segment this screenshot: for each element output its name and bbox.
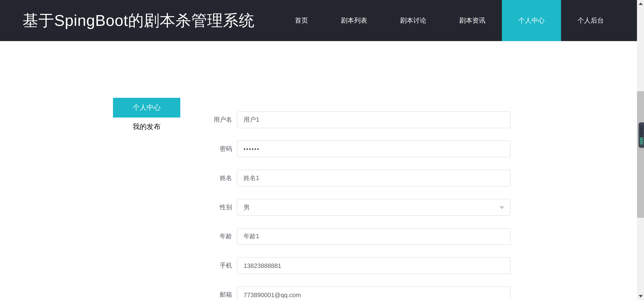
gender-select-value: 男 — [244, 204, 250, 211]
form-row-password: 密码 — [205, 141, 511, 157]
scroll-widget[interactable] — [639, 123, 644, 147]
browser-viewport: 基于SpingBoot的剧本杀管理系统 首页 剧本列表 剧本讨论 剧本资讯 个人… — [0, 0, 644, 300]
nav-item-user-center[interactable]: 个人中心 — [502, 0, 561, 41]
form-row-age: 年龄 — [205, 228, 511, 245]
name-label: 姓名 — [205, 174, 232, 182]
widget-stripes-icon — [640, 126, 643, 137]
gender-label: 性别 — [205, 203, 232, 211]
password-label: 密码 — [205, 145, 232, 153]
scroll-down-icon[interactable] — [638, 295, 642, 297]
form-row-phone: 手机 — [205, 257, 511, 274]
vertical-scrollbar[interactable] — [637, 0, 644, 300]
phone-label: 手机 — [205, 262, 232, 270]
profile-form: 用户名 密码 姓名 性别 男 年龄 — [205, 111, 511, 300]
nav-item-script-discussion[interactable]: 剧本讨论 — [384, 0, 443, 41]
sidebar: 个人中心 我的发布 — [113, 98, 180, 136]
age-field[interactable] — [237, 228, 510, 245]
email-field[interactable] — [237, 286, 510, 300]
main-nav: 首页 剧本列表 剧本讨论 剧本资讯 个人中心 个人后台 — [278, 0, 620, 41]
form-row-username: 用户名 — [205, 111, 511, 128]
nav-item-script-list[interactable]: 剧本列表 — [324, 0, 384, 41]
age-label: 年龄 — [205, 232, 232, 240]
form-row-gender: 性别 男 — [205, 199, 511, 216]
form-row-name: 姓名 — [205, 170, 511, 186]
page: 基于SpingBoot的剧本杀管理系统 首页 剧本列表 剧本讨论 剧本资讯 个人… — [0, 0, 637, 300]
username-field[interactable] — [237, 111, 510, 128]
sidebar-item-user-center[interactable]: 个人中心 — [113, 98, 180, 118]
nav-item-user-backend[interactable]: 个人后台 — [561, 0, 620, 41]
scroll-up-icon[interactable] — [638, 3, 642, 5]
form-row-email: 邮箱 — [205, 286, 511, 300]
scrollbar-thumb[interactable] — [637, 91, 644, 218]
password-field[interactable] — [237, 141, 510, 157]
email-label: 邮箱 — [205, 291, 232, 299]
widget-green-stripes-icon — [640, 138, 643, 145]
username-label: 用户名 — [205, 116, 232, 124]
header: 基于SpingBoot的剧本杀管理系统 首页 剧本列表 剧本讨论 剧本资讯 个人… — [0, 0, 637, 41]
phone-field[interactable] — [237, 257, 510, 274]
name-field[interactable] — [237, 170, 510, 186]
site-title: 基于SpingBoot的剧本杀管理系统 — [23, 10, 254, 31]
nav-item-home[interactable]: 首页 — [278, 0, 324, 41]
gender-select[interactable]: 男 — [237, 199, 510, 216]
chevron-down-icon — [500, 206, 504, 209]
nav-item-script-news[interactable]: 剧本资讯 — [443, 0, 502, 41]
sidebar-item-my-posts[interactable]: 我的发布 — [113, 117, 180, 136]
